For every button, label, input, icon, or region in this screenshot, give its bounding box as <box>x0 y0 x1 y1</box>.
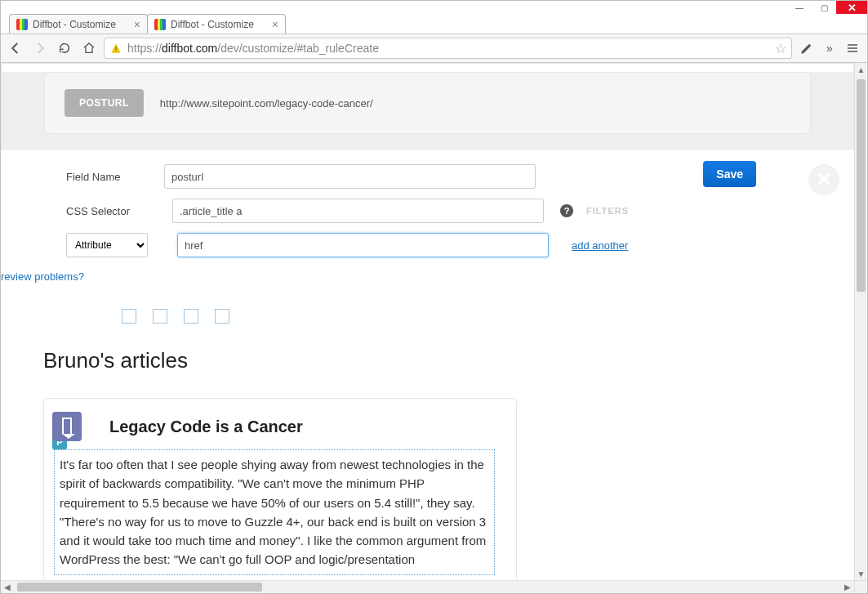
save-button[interactable]: Save <box>703 161 756 187</box>
preview-heading: Bruno's articles <box>43 348 812 373</box>
window-maximize-button[interactable]: ▢ <box>812 1 836 14</box>
posturl-box: POSTURL http://www.sitepoint.com/legacy-… <box>44 72 811 134</box>
article-title[interactable]: Legacy Code is a Cancer <box>109 418 303 436</box>
reload-icon <box>58 42 71 55</box>
tab-title: Diffbot - Customize <box>33 19 129 30</box>
tab-close-icon[interactable]: × <box>267 18 278 31</box>
url-host: diffbot.com <box>162 42 217 55</box>
scroll-up-icon[interactable]: ▲ <box>855 63 867 76</box>
diffbot-favicon-icon <box>16 19 28 30</box>
security-warning-icon <box>109 42 122 55</box>
back-button[interactable] <box>6 38 25 58</box>
scroll-right-icon[interactable]: ▶ <box>841 581 854 593</box>
arrow-right-icon <box>33 41 47 56</box>
attribute-value-input[interactable] <box>177 233 549 257</box>
article-card: P Legacy Code is a Cancer It's far too o… <box>43 398 517 580</box>
page-content: POSTURL http://www.sitepoint.com/legacy-… <box>1 63 854 580</box>
page-viewport: POSTURL http://www.sitepoint.com/legacy-… <box>1 63 867 593</box>
help-icon[interactable]: ? <box>560 204 573 217</box>
css-selector-input[interactable] <box>172 199 544 223</box>
menu-button[interactable] <box>843 38 862 58</box>
bookmark-star-icon[interactable]: ☆ <box>775 41 786 56</box>
preview-area: Bruno's articles P Legacy Code is a Canc… <box>1 296 854 580</box>
scroll-down-icon[interactable]: ▼ <box>855 567 867 580</box>
add-another-link[interactable]: add another <box>572 239 628 252</box>
placeholder-box <box>122 309 136 324</box>
address-bar[interactable]: https://diffbot.com/dev/customize/#tab_r… <box>104 38 792 59</box>
reload-button[interactable] <box>55 38 74 58</box>
window-close-button[interactable]: ✕ <box>836 1 867 14</box>
pen-icon <box>799 41 814 56</box>
scroll-corner <box>854 580 867 593</box>
forward-button[interactable] <box>30 38 50 58</box>
scroll-left-icon[interactable]: ◀ <box>1 581 14 593</box>
vertical-scrollbar[interactable]: ▲ ▼ <box>854 63 867 580</box>
posturl-badge: POSTURL <box>65 89 144 117</box>
hamburger-icon <box>846 42 859 55</box>
close-panel-button[interactable] <box>808 164 839 195</box>
home-button[interactable] <box>79 38 99 58</box>
diffbot-favicon-icon <box>154 19 166 30</box>
os-window: — ▢ ✕ Diffbot - Customize × Diffbot - Cu… <box>0 0 868 594</box>
placeholder-box <box>153 309 167 324</box>
horizontal-scrollbar[interactable]: ◀ ▶ <box>1 580 854 593</box>
svg-rect-0 <box>115 47 116 50</box>
css-selector-label: CSS Selector <box>66 205 164 217</box>
attribute-select[interactable]: Attribute <box>66 233 148 257</box>
field-name-label: Field Name <box>66 171 164 183</box>
tab-title: Diffbot - Customize <box>171 19 267 30</box>
browser-toolbar: https://diffbot.com/dev/customize/#tab_r… <box>1 33 867 63</box>
overflow-button[interactable]: » <box>820 38 839 58</box>
browser-tab-strip: Diffbot - Customize × Diffbot - Customiz… <box>1 14 867 33</box>
window-minimize-button[interactable]: — <box>787 1 812 14</box>
browser-tab-active[interactable]: Diffbot - Customize × <box>147 14 286 33</box>
review-problems-link[interactable]: review problems? <box>1 270 84 283</box>
home-icon <box>82 42 96 55</box>
placeholder-row <box>122 309 812 324</box>
extension-button[interactable] <box>797 38 817 58</box>
tab-close-icon[interactable]: × <box>129 18 140 31</box>
rule-header-panel: POSTURL http://www.sitepoint.com/legacy-… <box>2 72 853 149</box>
placeholder-box <box>184 309 198 324</box>
scrollbar-thumb[interactable] <box>17 583 262 592</box>
bookmark-icon <box>52 412 82 441</box>
filters-label: FILTERS <box>586 206 629 216</box>
url-scheme: https:// <box>127 42 162 55</box>
browser-tab[interactable]: Diffbot - Customize × <box>9 14 148 33</box>
arrow-left-icon <box>8 41 23 56</box>
article-body-highlighted[interactable]: It's far too often that I see people shy… <box>54 449 495 575</box>
scrollbar-thumb[interactable] <box>857 79 866 292</box>
posturl-value: http://www.sitepoint.com/legacy-code-can… <box>160 97 373 109</box>
os-titlebar: — ▢ ✕ <box>1 1 867 14</box>
rule-form: Save Field Name CSS Selector ? FILTERS A… <box>1 150 854 296</box>
svg-rect-1 <box>115 51 116 51</box>
placeholder-box <box>215 309 229 324</box>
field-name-input[interactable] <box>164 164 536 189</box>
url-path: /dev/customize/#tab_ruleCreate <box>217 42 379 55</box>
